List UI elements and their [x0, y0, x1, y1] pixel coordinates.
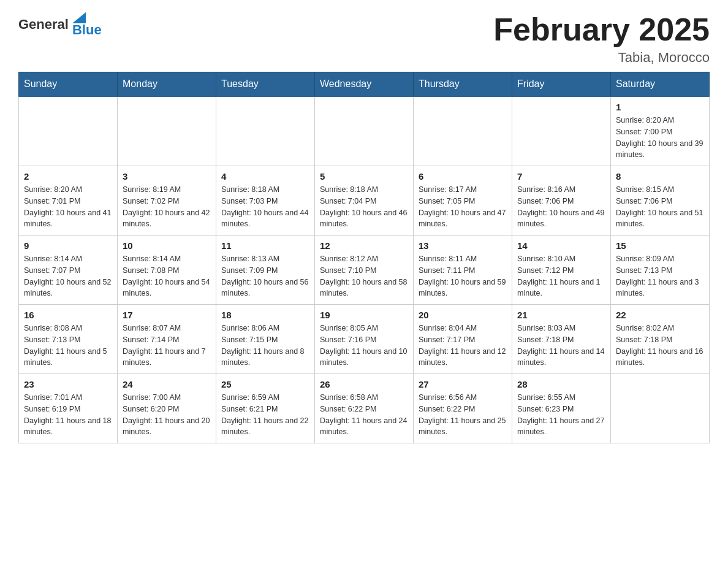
day-info: Sunrise: 8:12 AMSunset: 7:10 PMDaylight:…: [320, 253, 408, 299]
day-number: 15: [616, 240, 704, 251]
day-number: 8: [616, 171, 704, 182]
header-friday: Friday: [512, 72, 611, 97]
day-info: Sunrise: 6:55 AMSunset: 6:23 PMDaylight:…: [517, 392, 605, 438]
calendar-cell: 3Sunrise: 8:19 AMSunset: 7:02 PMDaylight…: [118, 166, 216, 236]
day-info: Sunrise: 8:16 AMSunset: 7:06 PMDaylight:…: [517, 184, 605, 230]
calendar-cell: [118, 96, 216, 166]
calendar-cell: 8Sunrise: 8:15 AMSunset: 7:06 PMDaylight…: [611, 166, 710, 236]
day-info: Sunrise: 8:14 AMSunset: 7:07 PMDaylight:…: [24, 253, 112, 299]
day-number: 2: [24, 171, 112, 182]
day-info: Sunrise: 8:18 AMSunset: 7:04 PMDaylight:…: [320, 184, 408, 230]
calendar-cell: 14Sunrise: 8:10 AMSunset: 7:12 PMDayligh…: [512, 236, 611, 305]
header-thursday: Thursday: [414, 72, 512, 97]
day-info: Sunrise: 8:15 AMSunset: 7:06 PMDaylight:…: [616, 184, 704, 230]
day-number: 3: [123, 171, 211, 182]
calendar-cell: 1Sunrise: 8:20 AMSunset: 7:00 PMDaylight…: [611, 96, 710, 166]
calendar-cell: 21Sunrise: 8:03 AMSunset: 7:18 PMDayligh…: [512, 305, 611, 374]
day-info: Sunrise: 8:07 AMSunset: 7:14 PMDaylight:…: [123, 323, 211, 369]
calendar-cell: 27Sunrise: 6:56 AMSunset: 6:22 PMDayligh…: [414, 374, 512, 443]
header-monday: Monday: [118, 72, 216, 97]
day-number: 14: [517, 240, 605, 251]
calendar-cell: 23Sunrise: 7:01 AMSunset: 6:19 PMDayligh…: [19, 374, 118, 443]
calendar-cell: 22Sunrise: 8:02 AMSunset: 7:18 PMDayligh…: [611, 305, 710, 374]
day-number: 18: [221, 310, 309, 320]
day-number: 23: [24, 379, 112, 389]
day-info: Sunrise: 8:20 AMSunset: 7:01 PMDaylight:…: [24, 184, 112, 230]
week-row-2: 2Sunrise: 8:20 AMSunset: 7:01 PMDaylight…: [19, 166, 710, 236]
day-info: Sunrise: 8:08 AMSunset: 7:13 PMDaylight:…: [24, 323, 112, 369]
calendar-table: SundayMondayTuesdayWednesdayThursdayFrid…: [18, 72, 710, 443]
day-info: Sunrise: 7:00 AMSunset: 6:20 PMDaylight:…: [123, 392, 211, 438]
calendar-cell: 28Sunrise: 6:55 AMSunset: 6:23 PMDayligh…: [512, 374, 611, 443]
logo-blue-text: Blue: [72, 23, 102, 37]
day-number: 11: [221, 240, 309, 251]
day-info: Sunrise: 8:11 AMSunset: 7:11 PMDaylight:…: [419, 253, 507, 299]
week-row-1: 1Sunrise: 8:20 AMSunset: 7:00 PMDaylight…: [19, 96, 710, 166]
day-info: Sunrise: 8:20 AMSunset: 7:00 PMDaylight:…: [616, 115, 704, 161]
location-label: Tabia, Morocco: [493, 50, 710, 66]
day-number: 26: [320, 379, 408, 389]
day-number: 22: [616, 310, 704, 320]
calendar-cell: 16Sunrise: 8:08 AMSunset: 7:13 PMDayligh…: [19, 305, 118, 374]
calendar-cell: [19, 96, 118, 166]
day-info: Sunrise: 8:17 AMSunset: 7:05 PMDaylight:…: [419, 184, 507, 230]
calendar-header-row: SundayMondayTuesdayWednesdayThursdayFrid…: [19, 72, 710, 97]
day-number: 1: [616, 102, 704, 112]
day-number: 5: [320, 171, 408, 182]
calendar-cell: 24Sunrise: 7:00 AMSunset: 6:20 PMDayligh…: [118, 374, 216, 443]
calendar-cell: 7Sunrise: 8:16 AMSunset: 7:06 PMDaylight…: [512, 166, 611, 236]
day-number: 24: [123, 379, 211, 389]
header-tuesday: Tuesday: [216, 72, 315, 97]
day-info: Sunrise: 6:59 AMSunset: 6:21 PMDaylight:…: [221, 392, 309, 438]
day-info: Sunrise: 8:09 AMSunset: 7:13 PMDaylight:…: [616, 253, 704, 299]
calendar-cell: 26Sunrise: 6:58 AMSunset: 6:22 PMDayligh…: [315, 374, 414, 443]
calendar-cell: 15Sunrise: 8:09 AMSunset: 7:13 PMDayligh…: [611, 236, 710, 305]
calendar-cell: 25Sunrise: 6:59 AMSunset: 6:21 PMDayligh…: [216, 374, 315, 443]
week-row-4: 16Sunrise: 8:08 AMSunset: 7:13 PMDayligh…: [19, 305, 710, 374]
header-saturday: Saturday: [611, 72, 710, 97]
day-number: 12: [320, 240, 408, 251]
day-info: Sunrise: 6:56 AMSunset: 6:22 PMDaylight:…: [419, 392, 507, 438]
header-sunday: Sunday: [19, 72, 118, 97]
week-row-3: 9Sunrise: 8:14 AMSunset: 7:07 PMDaylight…: [19, 236, 710, 305]
day-info: Sunrise: 8:03 AMSunset: 7:18 PMDaylight:…: [517, 323, 605, 369]
calendar-cell: [315, 96, 414, 166]
logo-general-text: General: [18, 17, 69, 33]
logo: General Blue: [18, 12, 102, 37]
day-info: Sunrise: 8:04 AMSunset: 7:17 PMDaylight:…: [419, 323, 507, 369]
calendar-cell: 10Sunrise: 8:14 AMSunset: 7:08 PMDayligh…: [118, 236, 216, 305]
day-number: 17: [123, 310, 211, 320]
calendar-cell: [512, 96, 611, 166]
header-wednesday: Wednesday: [315, 72, 414, 97]
day-number: 4: [221, 171, 309, 182]
calendar-cell: [414, 96, 512, 166]
calendar-cell: [611, 374, 710, 443]
calendar-cell: [216, 96, 315, 166]
title-block: February 2025 Tabia, Morocco: [493, 12, 710, 66]
day-number: 27: [419, 379, 507, 389]
day-info: Sunrise: 8:13 AMSunset: 7:09 PMDaylight:…: [221, 253, 309, 299]
calendar-cell: 11Sunrise: 8:13 AMSunset: 7:09 PMDayligh…: [216, 236, 315, 305]
calendar-cell: 19Sunrise: 8:05 AMSunset: 7:16 PMDayligh…: [315, 305, 414, 374]
day-number: 19: [320, 310, 408, 320]
day-number: 9: [24, 240, 112, 251]
day-info: Sunrise: 8:06 AMSunset: 7:15 PMDaylight:…: [221, 323, 309, 369]
day-info: Sunrise: 8:14 AMSunset: 7:08 PMDaylight:…: [123, 253, 211, 299]
day-info: Sunrise: 8:19 AMSunset: 7:02 PMDaylight:…: [123, 184, 211, 230]
day-info: Sunrise: 8:10 AMSunset: 7:12 PMDaylight:…: [517, 253, 605, 299]
calendar-cell: 17Sunrise: 8:07 AMSunset: 7:14 PMDayligh…: [118, 305, 216, 374]
calendar-cell: 12Sunrise: 8:12 AMSunset: 7:10 PMDayligh…: [315, 236, 414, 305]
calendar-cell: 13Sunrise: 8:11 AMSunset: 7:11 PMDayligh…: [414, 236, 512, 305]
week-row-5: 23Sunrise: 7:01 AMSunset: 6:19 PMDayligh…: [19, 374, 710, 443]
calendar-cell: 2Sunrise: 8:20 AMSunset: 7:01 PMDaylight…: [19, 166, 118, 236]
calendar-cell: 5Sunrise: 8:18 AMSunset: 7:04 PMDaylight…: [315, 166, 414, 236]
calendar-cell: 18Sunrise: 8:06 AMSunset: 7:15 PMDayligh…: [216, 305, 315, 374]
calendar-cell: 6Sunrise: 8:17 AMSunset: 7:05 PMDaylight…: [414, 166, 512, 236]
day-info: Sunrise: 6:58 AMSunset: 6:22 PMDaylight:…: [320, 392, 408, 438]
day-info: Sunrise: 8:05 AMSunset: 7:16 PMDaylight:…: [320, 323, 408, 369]
day-number: 7: [517, 171, 605, 182]
day-number: 13: [419, 240, 507, 251]
page-header: General Blue February 2025 Tabia, Morocc…: [18, 12, 710, 66]
day-number: 21: [517, 310, 605, 320]
day-number: 28: [517, 379, 605, 389]
